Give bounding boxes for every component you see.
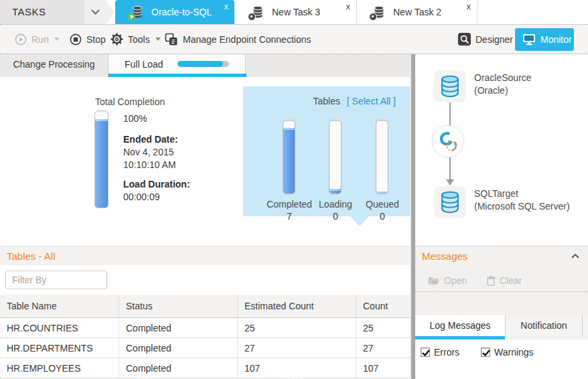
tasks-dropdown-button[interactable] (84, 0, 106, 24)
messages-panel: Messages Open Clear Log Messages Notific… (415, 246, 588, 379)
full-load-monitor-area: Total Completion 100% Ended Date: Nov 4,… (0, 77, 410, 244)
task-flow-panel: OracleSource (Oracle) SQLTarget (Microso… (415, 54, 588, 379)
replication-task-node[interactable] (432, 125, 464, 157)
cell-table-name: HR.COUNTRIES (0, 318, 119, 337)
open-button[interactable]: Open (428, 275, 467, 286)
tab-close-button[interactable]: x (467, 1, 471, 11)
errors-checkbox[interactable]: Errors (421, 347, 459, 358)
task-database-icon (250, 5, 267, 19)
tab-close-button[interactable]: x (346, 1, 351, 11)
errors-label: Errors (434, 347, 459, 358)
completion-percent: 100% (123, 112, 190, 125)
tasks-menu[interactable]: TASKS (0, 0, 84, 24)
tab-new-task-2[interactable]: New Task 2 x (357, 0, 477, 24)
run-button[interactable]: Run (15, 25, 60, 54)
load-duration-value: 00:00:09 (123, 191, 190, 204)
tables-status-panel: Tables [ Select All ] Completed Loading … (243, 86, 410, 216)
tables-all-title: Tables - All (7, 250, 56, 262)
queued-bar[interactable] (376, 120, 388, 194)
ended-time-value: 10:10:10 AM (123, 159, 190, 171)
tables-panel-title: Tables (313, 96, 340, 106)
tab-close-button[interactable]: x (224, 1, 229, 11)
queued-label: Queued (352, 199, 413, 210)
ended-date-label: Ended Date: (123, 133, 190, 146)
task-tab-bar: TASKS Oracle-to-SQL x New Task 3 x (0, 0, 588, 25)
manage-label: Manage Endpoint Connections (183, 34, 311, 45)
stopped-status-icon (369, 13, 377, 21)
toolbar: Run Stop Tools Manage Endpoint Connectio… (0, 25, 588, 54)
app-window: TASKS Oracle-to-SQL x New Task 3 x (0, 0, 588, 379)
chevron-down-icon (91, 9, 100, 15)
full-load-label: Full Load (125, 59, 163, 70)
sync-icon (437, 131, 459, 153)
open-label: Open (444, 275, 467, 286)
clear-button[interactable]: Clear (486, 275, 522, 286)
tab-full-load[interactable]: Full Load (108, 54, 246, 74)
table-row[interactable]: HR.EMPLOYEES Completed 107 107 (0, 358, 410, 378)
designer-button[interactable]: Designer (457, 25, 513, 54)
tab-log-messages[interactable]: Log Messages (415, 315, 505, 336)
stop-button[interactable]: Stop (70, 25, 106, 54)
cell-count: 107 (356, 358, 410, 378)
tab-new-task-3[interactable]: New Task 3 x (236, 0, 357, 24)
cell-table-name: HR.EMPLOYEES (0, 358, 119, 378)
tools-label: Tools (128, 34, 150, 45)
source-endpoint-node[interactable] (434, 70, 466, 102)
total-completion-title: Total Completion (95, 96, 165, 107)
run-icon (15, 33, 27, 46)
tools-caret-icon (155, 37, 161, 41)
load-duration-label: Load Duration: (123, 178, 190, 191)
loading-bar[interactable] (329, 120, 342, 194)
tasks-arrow-shape (106, 0, 115, 24)
select-all-link[interactable]: [ Select All ] (347, 96, 396, 106)
column-header-status[interactable]: Status (119, 295, 238, 317)
endpoint-connections-icon (165, 33, 178, 46)
run-label: Run (31, 34, 49, 45)
cell-status: Completed (119, 318, 238, 337)
designer-label: Designer (475, 34, 513, 45)
panel-splitter[interactable] (410, 54, 415, 379)
tools-button[interactable]: Tools (111, 25, 161, 54)
sql-database-icon (437, 190, 463, 215)
column-header-count[interactable]: Count (356, 295, 410, 317)
flow-arrowhead (446, 179, 454, 185)
separator (415, 291, 588, 292)
column-header-estimated-count[interactable]: Estimated Count (238, 295, 356, 317)
stop-label: Stop (86, 34, 106, 45)
collapse-icon[interactable] (571, 254, 579, 258)
cell-estimated-count: 27 (238, 338, 356, 358)
tab-change-processing[interactable]: Change Processing (0, 54, 108, 77)
target-endpoint-node[interactable] (434, 186, 466, 218)
cell-table-name: HR.DEPARTMENTS (0, 338, 119, 358)
filter-input[interactable] (5, 271, 107, 289)
load-mode-tabs: Change Processing Full Load (0, 54, 410, 77)
total-completion-gauge (94, 110, 108, 208)
warnings-checkbox[interactable]: Warnings (481, 347, 534, 358)
completed-bar[interactable] (283, 120, 295, 194)
panel-pointer (350, 216, 369, 226)
source-type: (Oracle) (474, 85, 508, 96)
tab-label: New Task 3 (272, 7, 320, 17)
manage-endpoint-connections-button[interactable]: Manage Endpoint Connections (165, 25, 311, 54)
cell-count: 27 (356, 338, 410, 358)
messages-title: Messages (422, 250, 467, 262)
oracle-database-icon (437, 74, 463, 99)
checkbox-icon (421, 348, 430, 357)
task-database-icon (372, 5, 388, 19)
tables-list-section: Tables - All Table Name Status Estimated… (0, 244, 410, 379)
flow-connector (449, 157, 451, 180)
tables-list-header: Tables - All (0, 246, 410, 265)
tasks-label: TASKS (12, 6, 46, 17)
tab-oracle-to-sql[interactable]: Oracle-to-SQL x (115, 0, 234, 24)
trash-icon (486, 276, 496, 286)
target-type: (Microsoft SQL Server) (474, 201, 570, 212)
stop-icon (70, 33, 82, 46)
tab-notification[interactable]: Notification (505, 315, 583, 336)
task-database-icon (130, 5, 146, 19)
messages-tabs: Log Messages Notification (415, 315, 588, 336)
table-row[interactable]: HR.DEPARTMENTS Completed 27 27 (0, 338, 410, 358)
table-row[interactable]: HR.COUNTRIES Completed 25 25 (0, 318, 410, 338)
designer-icon (457, 32, 471, 46)
column-header-table-name[interactable]: Table Name (0, 295, 119, 317)
monitor-button[interactable]: Monitor (515, 28, 574, 51)
